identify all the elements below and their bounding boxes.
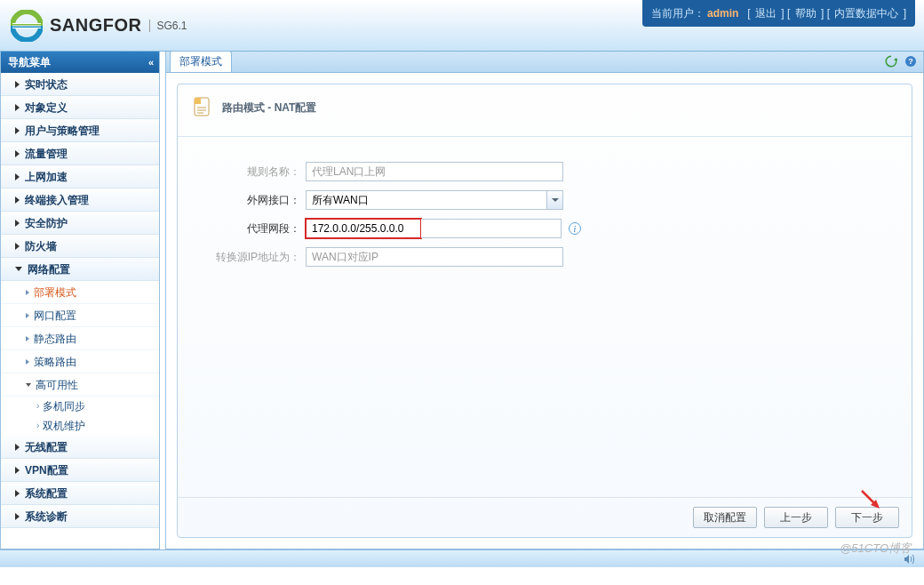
user-area: 当前用户： admin [ 退出 ] [ 帮助 ] [ 内置数据中心 ] (642, 0, 915, 27)
panel-title-bar: 路由模式 - NAT配置 (178, 84, 912, 137)
nav-accel[interactable]: 上网加速 (1, 165, 159, 188)
label-trans-src: 转换源IP地址为： (213, 250, 306, 265)
sub-policy-route[interactable]: 策略路由 (1, 350, 159, 373)
datacenter-link[interactable]: 内置数据中心 (834, 7, 898, 20)
sub-ha-dual[interactable]: ›双机维护 (1, 416, 159, 436)
svg-rect-1 (12, 23, 41, 28)
document-icon (190, 95, 215, 120)
tab-deploy-mode[interactable]: 部署模式 (170, 51, 232, 72)
input-proxy-net[interactable] (306, 219, 421, 238)
svg-text:?: ? (908, 57, 913, 66)
brand-text: SANGFOR (50, 15, 142, 36)
select-wan-if-value: 所有WAN口 (307, 193, 546, 208)
username: admin (707, 7, 738, 20)
panel-title-text: 路由模式 - NAT配置 (222, 100, 316, 116)
current-user-label: 当前用户： (651, 7, 705, 20)
content-area: 部署模式 ? 路由模式 - NAT配置 规则名称： (165, 52, 924, 549)
footer-bar (0, 549, 924, 567)
input-rule-name[interactable] (306, 162, 563, 181)
config-panel: 路由模式 - NAT配置 规则名称： 外网接口： 所有WAN口 代理网段： (177, 84, 912, 538)
select-wan-if[interactable]: 所有WAN口 (306, 190, 563, 210)
sub-ha-sync[interactable]: ›多机同步 (1, 397, 159, 416)
nav-wireless[interactable]: 无线配置 (1, 436, 159, 459)
app-header: SANGFOR SG6.1 当前用户： admin [ 退出 ] [ 帮助 ] … (0, 0, 924, 52)
nav-vpn[interactable]: VPN配置 (1, 459, 159, 482)
sub-ha[interactable]: 高可用性 (1, 373, 159, 397)
sub-static-route[interactable]: 静态路由 (1, 327, 159, 350)
refresh-icon[interactable] (884, 54, 898, 68)
nav-system-diag[interactable]: 系统诊断 (1, 505, 159, 528)
nav-list: 实时状态 对象定义 用户与策略管理 流量管理 上网加速 终端接入管理 安全防护 … (1, 73, 159, 549)
content-tabs: 部署模式 ? (166, 52, 923, 73)
input-trans-src[interactable] (306, 247, 563, 267)
cancel-button[interactable]: 取消配置 (693, 507, 757, 528)
help-link[interactable]: 帮助 (795, 7, 816, 20)
version-text: SG6.1 (149, 20, 187, 32)
label-proxy-net: 代理网段： (213, 221, 306, 236)
nav-user-policy[interactable]: 用户与策略管理 (1, 119, 159, 142)
sidebar-header: 导航菜单 « (1, 52, 159, 73)
sidebar: 导航菜单 « 实时状态 对象定义 用户与策略管理 流量管理 上网加速 终端接入管… (0, 52, 160, 549)
nav-system-config[interactable]: 系统配置 (1, 482, 159, 505)
next-button[interactable]: 下一步 (835, 507, 899, 528)
prev-button[interactable]: 上一步 (764, 507, 828, 528)
nav-object-def[interactable]: 对象定义 (1, 96, 159, 119)
label-rule-name: 规则名称： (213, 164, 306, 180)
svg-rect-3 (12, 26, 41, 28)
nav-firewall[interactable]: 防火墙 (1, 235, 159, 258)
sub-deploy-mode[interactable]: 部署模式 (1, 281, 159, 304)
button-bar: 取消配置 上一步 下一步 (178, 497, 912, 537)
nav-terminal[interactable]: 终端接入管理 (1, 188, 159, 212)
input-proxy-net-ext[interactable] (421, 219, 562, 238)
label-wan-if: 外网接口： (213, 193, 306, 208)
nav-traffic[interactable]: 流量管理 (1, 142, 159, 165)
speaker-icon[interactable] (903, 553, 917, 565)
collapse-icon[interactable]: « (148, 52, 152, 73)
svg-rect-2 (12, 24, 41, 26)
chevron-down-icon[interactable] (546, 191, 562, 209)
nav-realtime[interactable]: 实时状态 (1, 73, 159, 96)
brand-logo (11, 10, 43, 42)
logout-link[interactable]: 退出 (755, 7, 777, 20)
sub-interface-config[interactable]: 网口配置 (1, 304, 159, 327)
help-icon[interactable]: ? (904, 54, 918, 68)
nav-security[interactable]: 安全防护 (1, 212, 159, 235)
form-area: 规则名称： 外网接口： 所有WAN口 代理网段： i (178, 137, 912, 497)
sidebar-title: 导航菜单 (8, 52, 51, 73)
nav-network-config[interactable]: 网络配置 (1, 258, 159, 281)
info-icon[interactable]: i (569, 222, 581, 235)
